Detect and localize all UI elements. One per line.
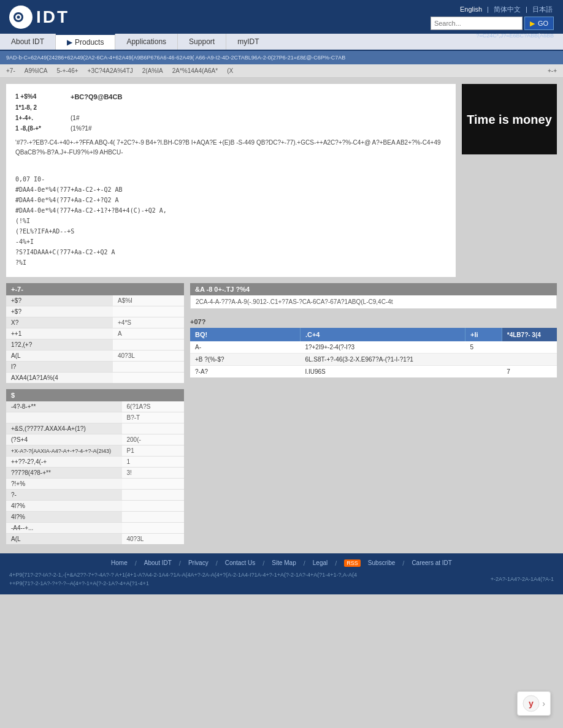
spec-label: ??7?8(4?8-+** xyxy=(6,468,122,479)
footer-link-about[interactable]: About IDT xyxy=(144,559,172,567)
footer-copyright-line2: ++P9(71?-2-1A?-?+?-?--A(4+?-1+A(?-2-1A?-… xyxy=(9,579,484,588)
spec-value xyxy=(122,512,185,523)
table-header-row: BQ! .C+4 +Ii *4LB7?- 3(4 xyxy=(190,328,557,341)
table-row: A(L 40?3L xyxy=(6,534,184,545)
table-row: A(L 40?3L xyxy=(6,351,184,362)
subnav-item-2[interactable]: A9%ICA xyxy=(25,67,48,74)
cell-value xyxy=(113,339,184,351)
subnav-item-4[interactable]: +3C?4A2A%4TJ xyxy=(88,67,133,74)
label-section3: 1+-4+. xyxy=(15,115,71,121)
ad-image[interactable]: Time is money xyxy=(462,84,557,154)
detail-row-3: 1+-4+. (1# xyxy=(15,115,446,121)
content-left: 1 +$%4 +BC?Q9@B4CB 1*1-8, 2 1+-4+. (1# 1… xyxy=(6,84,456,277)
table-row: 1?2,(+? xyxy=(6,339,184,351)
cell-3 xyxy=(465,354,502,366)
nav-item-about[interactable]: About IDT xyxy=(0,34,56,50)
cell-value: 40?3L xyxy=(113,351,184,362)
ad-text: Time is money xyxy=(467,112,552,127)
code-text: 0,07 I0- #DAA4-0e*%4(?77+Aa-C2-+-Q2 AB #… xyxy=(15,176,167,266)
spec-label: +X-A?-?(AAXIA-A4?-A+-+?-4-+?-A(2I43) xyxy=(6,446,122,457)
footer-link-rss[interactable]: Subscribe xyxy=(368,559,395,567)
subnav-item-3[interactable]: 5-+-46+ xyxy=(57,67,79,74)
cell-value: +4*S xyxy=(113,317,184,328)
subnav-right: +-+ xyxy=(548,67,557,74)
spec-label: ?!+% xyxy=(6,479,122,490)
cell-1: ?-A? xyxy=(190,366,300,378)
nav-item-products[interactable]: ▶ Products xyxy=(56,34,115,50)
spec-value: 1 xyxy=(122,457,185,468)
col-header-1: BQ! xyxy=(190,328,300,341)
nav-item-applications[interactable]: Applications xyxy=(115,34,178,50)
table-row: -4?-8-+** 6(?1A?S xyxy=(6,401,184,412)
left-section2: $ -4?-8-+** 6(?1A?S B?-T +&S,(??7?7.AXAX… xyxy=(6,389,184,544)
table-row: B?-T xyxy=(6,412,184,423)
subnav: +7- A9%ICA 5-+-46+ +3C?4A2A%4TJ 2(A%IA 2… xyxy=(0,64,563,78)
ad-box: Time is money xyxy=(462,84,557,277)
table-row: ++??-2?,4(-+ 1 xyxy=(6,457,184,468)
header: IDT English | 简体中文 | 日本語 ▶ GO ?=C24C*,J?… xyxy=(0,0,563,34)
lang-english[interactable]: English xyxy=(460,6,482,13)
detail-row-1: 1 +$%4 +BC?Q9@B4CB xyxy=(15,93,446,100)
table-row: -A4--+... xyxy=(6,523,184,534)
cell-2: I.IU96S xyxy=(300,366,465,378)
subnav-item-6[interactable]: 2A*%14A4(A6A* xyxy=(172,67,218,74)
table-row: +$? A$%I xyxy=(6,295,184,306)
footer-link-home[interactable]: Home xyxy=(111,559,128,567)
footer-sep: / xyxy=(179,559,181,567)
spec-value: P1 xyxy=(122,446,185,457)
subnav-item-7[interactable]: (X xyxy=(227,67,233,74)
footer-sep: / xyxy=(335,559,337,567)
lang-japanese[interactable]: 日本語 xyxy=(532,6,553,13)
table-row: +X-A?-?(AAXIA-A4?-A+-+?-4-+?-A(2I43) P1 xyxy=(6,446,184,457)
subnav-item-5[interactable]: 2(A%IA xyxy=(142,67,163,74)
left-section2-header: $ xyxy=(6,389,184,401)
specs-table: -4?-8-+** 6(?1A?S B?-T +&S,(??7?7.AXAX4-… xyxy=(6,401,184,544)
left-info-table: +$? A$%I +$? X? +4*S ++1 A 1?2,(+? xyxy=(6,295,184,383)
footer-link-contact[interactable]: Contact Us xyxy=(225,559,255,567)
table-row: +B ?(%-$? 6L.S8T-+?-46(3-2-X.E967?A-(?1-… xyxy=(190,354,557,366)
search-button[interactable]: ▶ GO xyxy=(524,17,554,30)
footer-link-privacy[interactable]: Privacy xyxy=(188,559,209,567)
table-row: A- 1?+2I9+-2-4(?-I?3 5 xyxy=(190,341,557,354)
table-row: ++1 A xyxy=(6,328,184,339)
products-arrow-icon: ▶ xyxy=(67,38,72,47)
lang-chinese[interactable]: 简体中文 xyxy=(494,6,521,13)
footer-link-sitemap[interactable]: Site Map xyxy=(272,559,296,567)
nav-products-label: Products xyxy=(75,38,104,47)
rss-badge[interactable]: RSS xyxy=(344,559,361,567)
results-table: BQ! .C+4 +Ii *4LB7?- 3(4 A- 1?+2I9+-2-4(… xyxy=(190,328,557,377)
spec-label: +&S,(??7?7.AXAX4-A+(1?) xyxy=(6,423,122,434)
cell-2: 1?+2I9+-2-4(?-I?3 xyxy=(300,341,465,354)
value-section2 xyxy=(71,104,446,111)
search-input[interactable] xyxy=(431,17,523,30)
value-section3: (1# xyxy=(71,115,446,121)
spec-label: 4I?% xyxy=(6,501,122,512)
results-section: +07? BQ! .C+4 +Ii *4LB7?- 3(4 A- 1?+2I9+… xyxy=(190,315,557,377)
cell-label: AXA4(1A?1A%(4 xyxy=(6,373,113,384)
footer-copyright-line1: 4+P9(71?-2?-IA?-2-1,-(+&A2??-7+?-4A?-? A… xyxy=(9,571,484,579)
spec-label: (?S+4 xyxy=(6,434,122,446)
footer-link-legal[interactable]: Legal xyxy=(313,559,327,567)
cell-label: +$? xyxy=(6,306,113,317)
table-row: ?- xyxy=(6,490,184,501)
nav-item-myidt[interactable]: myIDT xyxy=(226,34,270,50)
nav-item-support[interactable]: Support xyxy=(178,34,226,50)
go-icon: ▶ xyxy=(530,20,535,28)
spec-label xyxy=(6,412,122,423)
right-panels: &A -8 0+-.TJ ?%4 2CA-4-A-?7?A-A-9(-.9012… xyxy=(190,283,557,544)
footer-link-careers[interactable]: Careers at IDT xyxy=(412,559,452,567)
cell-4: 7 xyxy=(502,366,557,378)
search-bar: ▶ GO xyxy=(431,17,554,30)
label-section2: 1*1-8, 2 xyxy=(15,104,71,111)
spec-value: 6(?1A?S xyxy=(122,401,185,412)
table-row: ?!+% xyxy=(6,479,184,490)
cell-4 xyxy=(502,354,557,366)
language-selector[interactable]: English | 简体中文 | 日本語 xyxy=(459,5,554,14)
col-header-2: .C+4 xyxy=(300,328,465,341)
cell-3: 5 xyxy=(465,341,502,354)
yammer-widget[interactable]: y › xyxy=(517,691,551,716)
my-idt-link[interactable]: ?=C24C*,J?=E6BC?ABB(A6BB xyxy=(476,32,554,39)
spec-value xyxy=(122,490,185,501)
footer-bottom: 4+P9(71?-2?-IA?-2-1,-(+&A2??-7+?-4A?-? A… xyxy=(9,571,554,588)
subnav-item-1[interactable]: +7- xyxy=(6,67,15,74)
